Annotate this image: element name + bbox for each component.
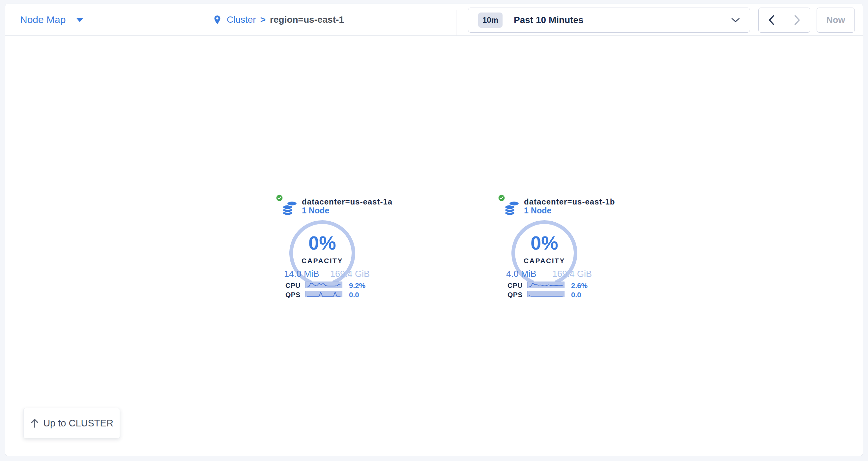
cpu-label: CPU bbox=[507, 282, 523, 290]
now-button[interactable]: Now bbox=[816, 7, 855, 33]
breadcrumb-separator: > bbox=[260, 14, 266, 25]
qps-metric-row: QPS 0.0 bbox=[269, 291, 378, 298]
qps-label: QPS bbox=[507, 291, 523, 299]
location-pin-icon bbox=[212, 13, 222, 27]
cpu-sparkline bbox=[305, 282, 342, 288]
capacity-label: CAPACITY bbox=[289, 257, 355, 265]
header-divider bbox=[456, 10, 457, 36]
cpu-value: 2.6% bbox=[571, 282, 588, 290]
chevron-left-icon bbox=[768, 15, 775, 25]
time-prev-button[interactable] bbox=[758, 8, 784, 32]
view-selector-label: Node Map bbox=[20, 14, 66, 25]
chevron-down-icon bbox=[731, 18, 740, 23]
qps-sparkline bbox=[527, 291, 564, 297]
cpu-metric-row: CPU 9.2% bbox=[269, 282, 378, 289]
datacenter-card[interactable]: datacenter=us-east-1a 1 Node 0% CAPACITY… bbox=[269, 191, 378, 300]
time-next-button[interactable] bbox=[784, 8, 810, 32]
capacity-label: CAPACITY bbox=[512, 257, 577, 265]
cpu-label: CPU bbox=[285, 282, 301, 290]
node-map-panel: Node Map Cluster > region=us-east-1 10m … bbox=[5, 4, 863, 456]
qps-value: 0.0 bbox=[349, 291, 359, 299]
chevron-right-icon bbox=[794, 15, 801, 25]
capacity-total: 169.4 GiB bbox=[330, 269, 370, 279]
cpu-value: 9.2% bbox=[349, 282, 366, 290]
datacenter-name: datacenter=us-east-1a bbox=[302, 197, 393, 206]
datacenter-card[interactable]: datacenter=us-east-1b 1 Node 0% CAPACITY… bbox=[491, 191, 600, 300]
up-to-cluster-button[interactable]: Up to CLUSTER bbox=[23, 408, 120, 438]
up-to-cluster-label: Up to CLUSTER bbox=[43, 418, 113, 429]
node-count: 1 Node bbox=[302, 206, 329, 216]
capacity-row: 4.0 MiB 169.4 GiB bbox=[506, 269, 592, 279]
cpu-sparkline bbox=[527, 282, 564, 288]
topbar: Node Map Cluster > region=us-east-1 10m … bbox=[5, 4, 863, 36]
time-window-badge: 10m bbox=[478, 12, 502, 28]
breadcrumb-cluster-link[interactable]: Cluster bbox=[227, 14, 256, 25]
capacity-percent: 0% bbox=[512, 233, 577, 253]
qps-label: QPS bbox=[285, 291, 301, 299]
capacity-used: 4.0 MiB bbox=[506, 269, 536, 279]
capacity-used: 14.0 MiB bbox=[284, 269, 319, 279]
time-nav-buttons bbox=[758, 7, 810, 33]
cpu-metric-row: CPU 2.6% bbox=[491, 282, 600, 289]
time-window-label: Past 10 Minutes bbox=[514, 15, 584, 25]
qps-sparkline bbox=[305, 291, 342, 297]
database-icon bbox=[282, 201, 298, 216]
caret-down-icon bbox=[76, 18, 83, 22]
qps-metric-row: QPS 0.0 bbox=[491, 291, 600, 298]
capacity-row: 14.0 MiB 169.4 GiB bbox=[284, 269, 370, 279]
breadcrumb: Cluster > region=us-east-1 bbox=[212, 4, 344, 36]
datacenter-name: datacenter=us-east-1b bbox=[524, 197, 615, 206]
breadcrumb-current: region=us-east-1 bbox=[270, 14, 344, 25]
qps-value: 0.0 bbox=[571, 291, 581, 299]
node-count: 1 Node bbox=[524, 206, 551, 216]
up-arrow-icon bbox=[30, 418, 39, 428]
capacity-total: 169.4 GiB bbox=[552, 269, 592, 279]
capacity-percent: 0% bbox=[289, 233, 355, 253]
database-icon bbox=[504, 201, 520, 216]
view-selector-dropdown[interactable]: Node Map bbox=[20, 4, 83, 36]
time-window-dropdown[interactable]: 10m Past 10 Minutes bbox=[468, 7, 750, 33]
